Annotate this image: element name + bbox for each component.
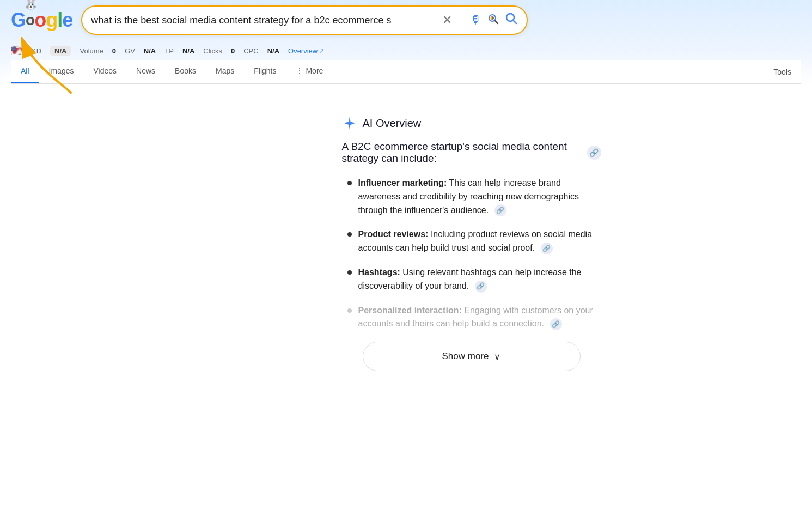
bullet-dot	[347, 308, 352, 313]
search-bar: ✕ 🎙	[81, 5, 528, 35]
clicks-value: 0	[231, 47, 235, 55]
tp-value: N/A	[182, 47, 194, 55]
seo-toolbar: 🇺🇸 KD N/A Volume 0 GV N/A TP N/A Clicks …	[11, 40, 801, 60]
svg-point-4	[493, 17, 494, 19]
volume-value: 0	[112, 47, 116, 55]
list-term: Influencer marketing:	[358, 178, 447, 187]
bullet-dot	[347, 270, 352, 275]
ai-star-icon	[342, 116, 357, 131]
ai-list: Influencer marketing: This can help incr…	[347, 177, 601, 331]
ai-overview: AI Overview A B2C ecommerce startup's so…	[325, 100, 619, 382]
list-item: Influencer marketing: This can help incr…	[347, 177, 601, 217]
lens-search-icon[interactable]	[487, 13, 499, 28]
arrow-annotation	[16, 33, 82, 100]
tab-more[interactable]: ⋮ More	[286, 60, 333, 83]
item-link-icon[interactable]: 🔗	[475, 281, 487, 293]
ai-overview-subtitle: A B2C ecommerce startup's social media c…	[342, 141, 601, 165]
ai-overview-title: AI Overview	[363, 117, 422, 130]
list-term: Product reviews:	[358, 229, 429, 239]
search-bar-wrapper: ✕ 🎙	[81, 5, 528, 35]
list-term: Hashtags:	[358, 268, 400, 277]
google-logo: G 🐰 o o g l e	[11, 9, 72, 32]
show-more-wrapper: Show more ∨	[342, 342, 601, 371]
show-more-label: Show more	[442, 351, 489, 362]
ai-overview-header: AI Overview	[342, 116, 601, 131]
tab-books[interactable]: Books	[165, 60, 206, 83]
svg-point-3	[491, 17, 492, 19]
voice-search-icon[interactable]: 🎙	[470, 13, 482, 27]
list-item-text: Hashtags: Using relevant hashtags can he…	[358, 266, 601, 293]
svg-line-7	[514, 21, 517, 24]
list-item-text: Product reviews: Including product revie…	[358, 228, 601, 255]
show-more-button[interactable]: Show more ∨	[363, 342, 581, 371]
volume-label: Volume	[80, 47, 103, 55]
gv-label: GV	[125, 47, 135, 55]
gv-value: N/A	[144, 47, 156, 55]
main-content: AI Overview A B2C ecommerce startup's so…	[172, 84, 640, 398]
header-top: G 🐰 o o g l e ✕ 🎙	[11, 5, 801, 40]
logo-area[interactable]: G 🐰 o o g l e	[11, 9, 72, 32]
bullet-dot	[347, 181, 352, 185]
tab-news[interactable]: News	[126, 60, 165, 83]
cpc-value: N/A	[267, 47, 279, 55]
more-dots-icon: ⋮	[296, 66, 303, 75]
list-item-text: Influencer marketing: This can help incr…	[358, 177, 601, 217]
list-item-text: Personalized interaction: Engaging with …	[358, 304, 601, 331]
nav-tabs: All Images Videos News Books Maps Flight…	[11, 60, 801, 84]
tp-label: TP	[164, 47, 174, 55]
tab-flights[interactable]: Flights	[244, 60, 286, 83]
bullet-dot	[347, 232, 352, 237]
list-item: Personalized interaction: Engaging with …	[347, 304, 601, 331]
list-item: Hashtags: Using relevant hashtags can he…	[347, 266, 601, 293]
search-divider	[462, 13, 462, 28]
list-term: Personalized interaction:	[358, 306, 462, 315]
header: G 🐰 o o g l e ✕ 🎙	[0, 0, 812, 84]
tab-videos[interactable]: Videos	[83, 60, 126, 83]
clear-icon[interactable]: ✕	[440, 13, 454, 27]
search-input[interactable]	[91, 15, 435, 26]
svg-line-5	[495, 20, 498, 23]
list-item: Product reviews: Including product revie…	[347, 228, 601, 255]
subtitle-link-icon[interactable]: 🔗	[587, 146, 601, 160]
tab-maps[interactable]: Maps	[206, 60, 244, 83]
search-submit-icon[interactable]	[505, 12, 518, 28]
overview-link[interactable]: Overview	[288, 47, 324, 55]
item-link-icon[interactable]: 🔗	[550, 318, 562, 330]
cpc-label: CPC	[243, 47, 258, 55]
chevron-down-icon: ∨	[494, 352, 500, 362]
item-link-icon[interactable]: 🔗	[494, 204, 506, 216]
item-link-icon[interactable]: 🔗	[541, 243, 553, 254]
clicks-label: Clicks	[203, 47, 222, 55]
tab-tools[interactable]: Tools	[764, 61, 801, 83]
